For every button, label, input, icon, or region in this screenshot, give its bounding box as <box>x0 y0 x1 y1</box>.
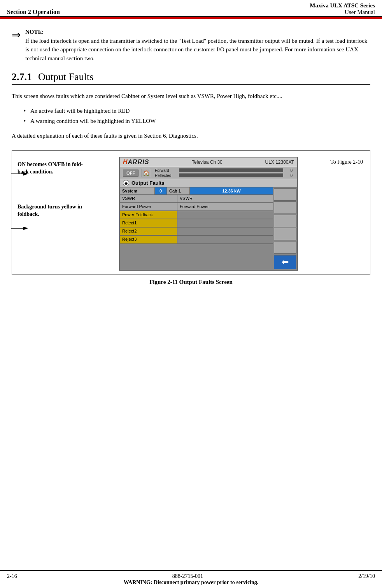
harris-home-icon: 🏠 <box>142 169 150 177</box>
note-text: NOTE: If the load interlock is open and … <box>25 28 370 63</box>
figure-inner: ON becomes ON/FB in fold- back condition… <box>16 157 366 271</box>
side-btn-2[interactable] <box>274 201 296 214</box>
page-footer: 2-16 888-2715-001 2/19/10 WARNING: Disco… <box>0 570 382 588</box>
fault-cell-foldback: Power Foldback <box>120 211 177 219</box>
note-icon: ⇒ <box>12 28 21 41</box>
fault-left-6: Reject3 <box>120 236 177 243</box>
fault-right-3 <box>177 211 273 219</box>
empty-bottom <box>120 244 273 258</box>
bullet-item: A warning condition will be highlighted … <box>23 116 370 126</box>
fault-cell-empty-6 <box>177 236 273 243</box>
footer-doc: 888-2715-001 <box>17 573 359 579</box>
fwd-val: 0 <box>285 168 293 173</box>
fault-cell-empty-5 <box>177 228 273 235</box>
side-btn-1[interactable] <box>274 188 296 201</box>
footer-page: 2-16 <box>7 573 17 579</box>
fault-cell-vswr-l: VSWR <box>120 195 177 203</box>
harris-controls: OFF 🏠 Forward 0 Reflected <box>120 167 297 179</box>
product-title: Maxiva ULX ATSC Series <box>310 2 375 9</box>
to-figure-text: To Figure 2-10 <box>329 159 366 165</box>
fwd-bar-row: Forward 0 <box>155 168 293 173</box>
fault-cell-reject1: Reject1 <box>120 219 177 227</box>
harris-model: ULX 12300AT <box>265 159 294 165</box>
footer-main: 2-16 888-2715-001 2/19/10 <box>7 573 375 579</box>
section-heading: 2.7.1 Output Faults <box>12 72 370 82</box>
rfl-val: 0 <box>285 173 293 178</box>
harris-side-panel: ⬅ <box>273 187 297 270</box>
harris-title-bar: ◉ Output Faults <box>120 179 297 187</box>
section-number: 2.7.1 <box>12 72 32 82</box>
section-label: Section 2 Operation <box>7 9 60 16</box>
back-arrow-icon: ⬅ <box>282 257 289 267</box>
fault-row-1: VSWR VSWR <box>120 195 273 203</box>
section-title: Output Faults <box>38 72 93 82</box>
fwd-bar-track <box>179 168 283 172</box>
harris-screen: HARRIS Televisa Ch 30 ULX 12300AT OFF 🏠 … <box>119 157 298 271</box>
figure-caption: Figure 2-11 Output Faults Screen <box>12 279 370 285</box>
figure-labels: ON becomes ON/FB in fold- back condition… <box>16 157 90 218</box>
fault-row-2: Forward Power Forward Power <box>120 203 273 211</box>
fault-cell-fwdpwr-r: Forward Power <box>177 203 273 211</box>
figure-container: ON becomes ON/FB in fold- back condition… <box>12 150 370 275</box>
harris-main-panel: System 0 Cab 1 12.36 kW VSWR <box>120 187 273 270</box>
fault-row-3: Power Foldback <box>120 211 273 219</box>
fault-left-5: Reject2 <box>120 228 177 235</box>
main-content: ⇒ NOTE: If the load interlock is open an… <box>0 19 382 285</box>
system-val: 0 <box>155 187 166 194</box>
harris-logo: HARRIS <box>123 159 149 166</box>
to-figure-wrap: To Figure 2-10 <box>327 157 366 167</box>
rfl-bar-track <box>179 173 283 177</box>
label-on-becomes: ON becomes ON/FB in fold- back condition… <box>18 161 90 176</box>
manual-label: User Manual <box>310 9 375 16</box>
note-body: If the load interlock is open and the tr… <box>25 38 367 61</box>
note-label: NOTE: <box>25 29 44 35</box>
fault-cell-reject2: Reject2 <box>120 228 177 235</box>
label-bg-turns: Background turns yellow in foldback. <box>18 203 90 218</box>
side-btn-3[interactable] <box>274 215 296 227</box>
intro-text: This screen shows faults which are consi… <box>12 92 370 101</box>
page-header: Section 2 Operation Maxiva ULX ATSC Seri… <box>0 0 382 17</box>
system-col-header: System <box>120 187 155 194</box>
fault-left-4: Reject1 <box>120 219 177 227</box>
fault-cell-empty-4 <box>177 219 273 227</box>
figure-screen-wrap: HARRIS Televisa Ch 30 ULX 12300AT OFF 🏠 … <box>90 157 327 271</box>
side-btn-back[interactable]: ⬅ <box>274 255 296 269</box>
fault-row-4: Reject1 <box>120 219 273 228</box>
power-val: 12.36 kW <box>190 187 273 194</box>
fault-cell-vswr-r: VSWR <box>177 195 273 203</box>
harris-topbar: HARRIS Televisa Ch 30 ULX 12300AT <box>120 158 297 167</box>
detail-text: A detailed explanation of each of these … <box>12 131 370 140</box>
fwd-label: Forward <box>155 168 177 173</box>
fault-row-6: Reject3 <box>120 236 273 244</box>
fault-right-4 <box>177 219 273 227</box>
screen-title: Output Faults <box>131 180 165 186</box>
harris-station: Televisa Ch 30 <box>192 159 223 165</box>
note-box: ⇒ NOTE: If the load interlock is open an… <box>12 28 370 63</box>
fault-right-2: Forward Power <box>177 203 273 211</box>
cab-col-header: Cab 1 <box>166 187 190 194</box>
rfl-label: Reflected <box>155 173 177 178</box>
fault-right-6 <box>177 236 273 243</box>
harris-circle-icon: ◉ <box>123 180 129 186</box>
harris-header-row: System 0 Cab 1 12.36 kW <box>120 187 273 195</box>
fault-left-2: Forward Power <box>120 203 177 211</box>
section-divider <box>12 84 370 85</box>
fault-left-3: Power Foldback <box>120 211 177 219</box>
fault-cell-reject3: Reject3 <box>120 236 177 243</box>
rfl-bar-row: Reflected 0 <box>155 173 293 178</box>
bullet-list: An active fault will be highlighted in R… <box>23 106 370 126</box>
fault-row-5: Reject2 <box>120 228 273 236</box>
fault-cell-empty-3 <box>177 211 273 219</box>
side-btn-5[interactable] <box>274 241 296 254</box>
fault-right-1: VSWR <box>177 195 273 203</box>
harris-power-bars: Forward 0 Reflected <box>153 168 294 178</box>
harris-off-button[interactable]: OFF <box>123 170 138 177</box>
fault-left-1: VSWR <box>120 195 177 203</box>
footer-warning: WARNING: Disconnect primary power prior … <box>124 579 259 586</box>
bullet-item: An active fault will be highlighted in R… <box>23 106 370 116</box>
side-btn-4[interactable] <box>274 228 296 240</box>
harris-grid: System 0 Cab 1 12.36 kW VSWR <box>120 187 297 270</box>
footer-date: 2/19/10 <box>358 573 375 579</box>
fault-right-5 <box>177 228 273 235</box>
fault-cell-fwdpwr-l: Forward Power <box>120 203 177 211</box>
